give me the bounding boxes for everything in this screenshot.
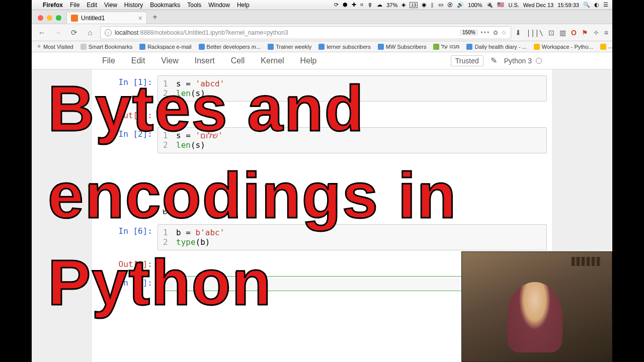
code-input[interactable]: 1b = b'abc' 2type(b) xyxy=(157,224,547,250)
tab-bar: Untitled1 × + xyxy=(32,10,612,24)
nb-insert[interactable]: Insert xyxy=(195,56,215,65)
overflow-menu-icon[interactable]: ≡ xyxy=(604,29,608,37)
minimize-window-button[interactable] xyxy=(47,15,52,21)
drop-icon xyxy=(139,44,145,50)
folder-icon xyxy=(80,44,87,50)
stamp-icon[interactable]: ⌗ xyxy=(360,2,363,8)
downloads-icon[interactable]: ⬇ xyxy=(515,29,521,37)
flag-icon[interactable]: 🇺🇸 xyxy=(497,2,504,8)
forward-button[interactable]: → xyxy=(52,27,64,39)
trusted-badge[interactable]: Trusted xyxy=(451,55,484,66)
menu-tools[interactable]: Tools xyxy=(187,2,201,9)
reader-icon[interactable]: ✿ xyxy=(493,29,498,36)
mac-menubar: Firefox File Edit View History Bookmarks… xyxy=(32,0,612,10)
cell-prompt: In [1]: xyxy=(97,75,157,102)
date[interactable]: Wed Dec 13 xyxy=(523,2,553,8)
nb-view[interactable]: View xyxy=(161,56,178,65)
kernel-indicator[interactable]: Python 3 xyxy=(504,57,542,65)
battery-ext[interactable]: 37% xyxy=(386,2,397,8)
calendar-icon[interactable]: 13 xyxy=(410,2,418,8)
site-info-icon[interactable]: i xyxy=(105,29,112,36)
cell-prompt: In [2]: xyxy=(97,127,157,153)
nb-cell[interactable]: Cell xyxy=(231,56,245,65)
url-bar[interactable]: i localhost:8888/notebooks/Untitled1.ipy… xyxy=(100,26,511,39)
close-window-button[interactable] xyxy=(38,15,43,21)
battery-icon[interactable]: 🔌 xyxy=(486,2,493,8)
bookmark-smart[interactable]: Smart Bookmarks xyxy=(80,44,132,50)
menu-help[interactable]: Help xyxy=(237,2,250,9)
nb-edit[interactable]: Edit xyxy=(131,56,145,65)
kernel-status-icon xyxy=(536,58,542,64)
code-cell-1[interactable]: In [1]: 1s = 'abcd' 2len(s) xyxy=(97,75,547,102)
cloud-icon[interactable]: ☁ xyxy=(377,2,382,8)
bookmark-mabat[interactable]: מבט על xyxy=(433,43,459,50)
notifications-icon[interactable]: ☰ xyxy=(603,2,608,8)
tab-close-icon[interactable]: × xyxy=(138,14,142,22)
menubar-right: ⟳ ⬢ ✚ ⌗ 🎙 ☁ 37% ◈ 13 ◉ ᛒ ▭ ⦿ 🔊 100% 🔌 🇺🇸… xyxy=(334,2,608,8)
bookmark-mw[interactable]: MW Subscribers xyxy=(378,44,427,50)
app-name[interactable]: Firefox xyxy=(43,2,63,9)
bookmark-trainer[interactable]: Trainer weekly xyxy=(268,44,311,50)
sidebar-icon[interactable]: ▥ xyxy=(559,29,566,37)
plus-icon[interactable]: ✚ xyxy=(352,2,356,8)
clip-icon[interactable]: ✧ xyxy=(593,29,599,37)
edit-icon[interactable]: ✎ xyxy=(491,56,497,65)
locale[interactable]: U.S. xyxy=(508,2,519,8)
maximize-window-button[interactable] xyxy=(56,15,61,21)
cell-prompt: In [6]: xyxy=(97,224,157,250)
time[interactable]: 15:59:33 xyxy=(557,2,579,8)
nb-help[interactable]: Help xyxy=(300,56,317,65)
page-actions-icon[interactable]: ••• xyxy=(481,29,491,36)
pocket-icon[interactable]: ⚑ xyxy=(582,29,588,37)
output-char: ש xyxy=(97,206,547,217)
nb-file[interactable]: File xyxy=(102,56,115,65)
bookmark-hebrew[interactable]: ... - נבואות תשע"ח רשי xyxy=(600,43,612,50)
home-button[interactable]: ⌂ xyxy=(84,27,96,39)
opera-icon[interactable]: O xyxy=(571,29,577,37)
tab-title: Untitled1 xyxy=(81,15,105,22)
code-cell-6[interactable]: In [6]: 1b = b'abc' 2type(b) xyxy=(97,224,547,250)
menu-bookmarks[interactable]: Bookmarks xyxy=(150,2,180,9)
bookmark-star-icon[interactable]: ☆ xyxy=(501,29,507,36)
new-tab-button[interactable]: + xyxy=(149,12,161,22)
bluetooth-icon[interactable]: ᛒ xyxy=(431,2,434,8)
browser-tab[interactable]: Untitled1 × xyxy=(66,12,147,24)
out-prompt: Out[1]: xyxy=(97,109,157,120)
volume-icon[interactable]: 🔊 xyxy=(457,2,464,8)
code-input[interactable]: 1s = 'abcd' 2len(s) xyxy=(157,75,547,102)
mic-icon[interactable]: 🎙 xyxy=(367,2,373,8)
library-icon[interactable]: |||\ xyxy=(526,29,543,37)
cell-prompt: In [ ]: xyxy=(97,276,157,291)
menu-file[interactable]: File xyxy=(70,2,79,9)
bookmark-lerner[interactable]: lerner subscribers xyxy=(318,44,370,50)
out-value xyxy=(157,160,547,191)
toolbar-right: ⬇ |||\ ⊡ ▥ O ⚑ ✧ ≡ xyxy=(515,29,608,37)
shield-icon[interactable]: ◈ xyxy=(401,2,406,8)
spotlight-icon[interactable]: 🔍 xyxy=(583,2,590,8)
bookmark-health[interactable]: Daily health diary - ... xyxy=(466,44,526,50)
bookmark-workspace[interactable]: Workspace - Pytho... xyxy=(534,44,593,50)
menu-window[interactable]: Window xyxy=(208,2,230,9)
wifi-icon[interactable]: ⦿ xyxy=(447,2,453,8)
dropbox-icon[interactable]: ⬢ xyxy=(343,2,348,8)
bookmark-most-visited[interactable]: ✧Most Visited xyxy=(37,43,73,50)
zoom-badge[interactable]: 150% xyxy=(460,29,478,36)
menu-history[interactable]: History xyxy=(124,2,143,9)
back-button[interactable]: ← xyxy=(36,27,48,39)
nb-kernel[interactable]: Kernel xyxy=(261,56,284,65)
bookmark-better-dev[interactable]: Better developers m... xyxy=(199,44,261,50)
code-input[interactable]: 1s = 'שלום' 2len(s) xyxy=(157,127,547,153)
button-icon[interactable]: ◉ xyxy=(422,2,427,8)
menu-view[interactable]: View xyxy=(104,2,117,9)
bookmark-rackspace[interactable]: Rackspace e-mail xyxy=(139,44,191,50)
siri-icon[interactable]: ◐ xyxy=(594,2,599,8)
webcam-overlay xyxy=(461,251,612,362)
code-cell-2[interactable]: In [2]: 1s = 'שלום' 2len(s) xyxy=(97,127,547,153)
menu-edit[interactable]: Edit xyxy=(87,2,97,9)
display-icon[interactable]: ▭ xyxy=(438,2,443,8)
screenshot-icon[interactable]: ⊡ xyxy=(548,29,554,37)
reload-button[interactable]: ⟳ xyxy=(68,27,80,39)
sync-icon[interactable]: ⟳ xyxy=(334,2,339,8)
battery-main[interactable]: 100% xyxy=(468,2,482,8)
window-controls xyxy=(38,15,61,21)
